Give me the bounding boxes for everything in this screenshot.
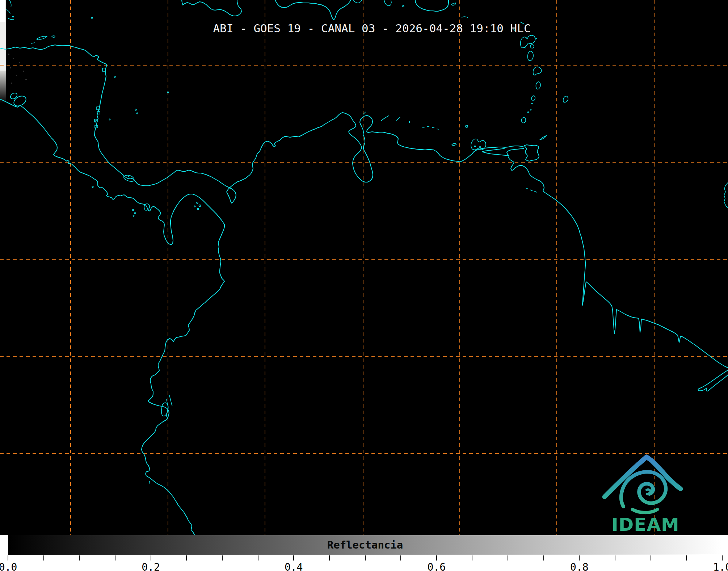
colorbar-tick xyxy=(329,555,330,560)
colorbar-label: Reflectancia xyxy=(327,539,403,551)
colorbar-tick xyxy=(651,555,651,560)
ideam-logo-text: IDEAM xyxy=(611,514,679,535)
colorbar-tick xyxy=(79,555,80,560)
colorbar-tick xyxy=(186,555,187,560)
colorbar-tick xyxy=(43,555,44,560)
colorbar-tick xyxy=(293,555,294,560)
colorbar-tick xyxy=(722,555,723,560)
colorbar-tick xyxy=(258,555,258,560)
map-background xyxy=(0,0,728,535)
colorbar-tick xyxy=(579,555,580,560)
colorbar-tick xyxy=(436,555,437,560)
colorbar-gradient: Reflectancia xyxy=(8,535,722,555)
colorbar-tick xyxy=(543,555,544,560)
colorbar-tick-label: 0.2 xyxy=(142,561,160,571)
colorbar-tick xyxy=(222,555,223,560)
colorbar-tick xyxy=(508,555,508,560)
image-title: ABI - GOES 19 - CANAL 03 - 2026-04-28 19… xyxy=(213,22,530,35)
colorbar-tick xyxy=(686,555,687,560)
colorbar: Reflectancia 0.00.20.40.60.81.0 xyxy=(0,535,728,571)
peru-offshore-islet xyxy=(150,481,150,484)
colorbar-tick xyxy=(115,555,115,560)
colorbar-tick xyxy=(365,555,366,560)
map-canvas: IDEAM xyxy=(0,0,728,535)
colorbar-tick xyxy=(151,555,151,560)
colorbar-tick-label: 0.8 xyxy=(570,561,589,571)
colorbar-tick-label: 0.6 xyxy=(428,561,446,571)
colorbar-tick xyxy=(8,555,8,560)
colorbar-tick xyxy=(615,555,615,560)
satellite-image-viewer: IDEAM ABI - GOES 19 - CANAL 03 - 2026-04… xyxy=(0,0,728,571)
colorbar-tick-label: 1.0 xyxy=(713,561,728,571)
colorbar-tick-label: 0.4 xyxy=(285,561,303,571)
colorbar-tick-label: 0.0 xyxy=(0,561,17,571)
colorbar-tick xyxy=(400,555,401,560)
colorbar-tick xyxy=(472,555,472,560)
